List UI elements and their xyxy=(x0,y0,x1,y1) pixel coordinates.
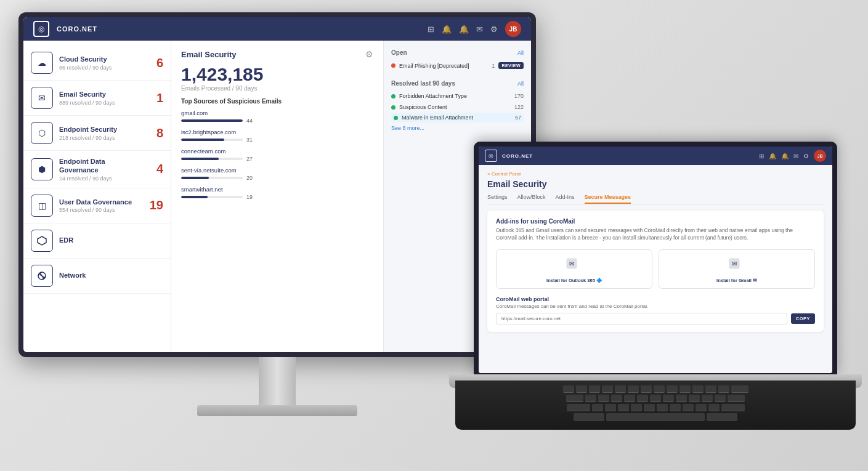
monitor-app-header: ◎ CORO.NET ⊞ 🔔 🔔 ✉ ⚙ JB xyxy=(23,17,531,41)
copy-button[interactable]: COPY xyxy=(791,313,815,324)
sidebar-item-cloud-security[interactable]: ☁ Cloud Security 66 resolved / 90 days 6 xyxy=(23,46,171,81)
laptop: ◎ CORO.NET ⊞ 🔔 🔔 ✉ ⚙ JB < Control Panel … xyxy=(449,142,856,437)
monitor-grid-icon[interactable]: ⊞ xyxy=(428,25,434,34)
monitor-bell-icon[interactable]: 🔔 xyxy=(442,25,452,34)
breadcrumb[interactable]: < Control Panel xyxy=(487,171,824,177)
sidebar-item-user-data-governance[interactable]: ◫ User Data Governance 554 resolved / 90… xyxy=(23,188,171,223)
keyboard-row-2 xyxy=(468,395,843,402)
install-gmail-button[interactable]: ✉ Install for Gmail ✉ xyxy=(659,249,815,289)
key xyxy=(592,404,603,411)
portal-title: CoroMail web portal xyxy=(496,296,815,302)
tab-secure-messages[interactable]: Secure Messages xyxy=(585,194,631,204)
email-security-badge: 1 xyxy=(146,91,163,105)
monitor-stand-neck xyxy=(259,357,296,406)
monitor-main-content: Email Security ⚙ 1,423,185 Emails Proces… xyxy=(171,41,383,352)
key xyxy=(567,404,590,411)
main-gear-icon[interactable]: ⚙ xyxy=(365,49,373,59)
laptop-avatar[interactable]: JB xyxy=(814,150,826,162)
laptop-settings-icon[interactable]: ⚙ xyxy=(803,153,809,159)
key xyxy=(689,395,700,402)
key xyxy=(611,395,622,402)
portal-url-input[interactable] xyxy=(496,313,787,324)
source-gmail: gmail.com 44 xyxy=(181,110,373,124)
tab-allow-block[interactable]: Allow/Block xyxy=(517,194,546,204)
email-security-sub: 889 resolved / 90 days xyxy=(59,100,146,106)
ticket-forbidden-attachment: Forbidden Attachment Type 170 xyxy=(391,91,524,102)
edr-label: EDR xyxy=(59,236,163,244)
endpoint-data-governance-icon: ⬢ xyxy=(31,158,53,180)
install-outlook-label: Install for Outlook 365 🔷 xyxy=(546,278,602,283)
spacebar xyxy=(606,413,705,421)
tab-add-ins[interactable]: Add-Ins xyxy=(556,194,575,204)
key xyxy=(715,395,726,402)
ticket-email-phishing-dot xyxy=(391,63,395,68)
source-connecteam-count: 27 xyxy=(246,156,253,162)
laptop-keyboard xyxy=(455,380,856,430)
key xyxy=(566,395,583,402)
laptop-mail-icon[interactable]: ✉ xyxy=(793,153,798,159)
sidebar-item-endpoint-data-governance[interactable]: ⬢ Endpoint Data Governance 24 resolved /… xyxy=(23,151,171,188)
install-outlook-button[interactable]: ✉ Install for Outlook 365 🔷 xyxy=(496,249,652,289)
monitor-avatar[interactable]: JB xyxy=(505,21,521,37)
review-badge[interactable]: REVIEW xyxy=(498,62,524,69)
key xyxy=(705,385,716,393)
laptop-content-card: Add-ins for using CoroMail Outlook 365 a… xyxy=(487,211,824,332)
open-all-link[interactable]: All xyxy=(517,50,524,56)
key xyxy=(692,385,704,393)
source-gmail-bar-fill xyxy=(181,119,243,122)
ticket-suspicious-count: 122 xyxy=(514,104,524,110)
ticket-malware: Malware in Email Attachment 57 xyxy=(391,113,524,123)
keyboard-row-1 xyxy=(468,385,843,393)
ticket-forbidden-count: 170 xyxy=(514,93,524,99)
laptop-section-title: Email Security xyxy=(487,179,824,189)
user-data-governance-icon: ◫ xyxy=(31,195,53,217)
source-gmail-count: 44 xyxy=(246,118,253,124)
key xyxy=(721,404,745,411)
card-title: Add-ins for using CoroMail xyxy=(496,218,815,225)
key xyxy=(602,385,613,393)
source-connecteam-bar-bg xyxy=(181,158,243,160)
sidebar-item-edr[interactable]: EDR xyxy=(23,223,171,259)
laptop-bell-icon[interactable]: 🔔 xyxy=(769,153,776,159)
laptop-screen: ◎ CORO.NET ⊞ 🔔 🔔 ✉ ⚙ JB < Control Panel … xyxy=(479,147,832,373)
tab-settings[interactable]: Settings xyxy=(487,194,508,204)
portal-desc: CoroMail messages can be sent from and r… xyxy=(496,304,815,309)
email-security-icon: ✉ xyxy=(31,87,53,109)
resolved-all-link[interactable]: All xyxy=(517,81,524,87)
source-smartwithart-bar-bg xyxy=(181,196,243,198)
see-more-link[interactable]: See 8 more... xyxy=(391,125,524,131)
install-buttons-row: ✉ Install for Outlook 365 🔷 ✉ xyxy=(496,249,815,289)
ticket-email-phishing-label: Email Phishing [Deprecated] xyxy=(399,63,481,69)
laptop-app-body: < Control Panel Email Security Settings … xyxy=(479,165,832,373)
source-netsuite-count: 20 xyxy=(246,175,253,181)
key xyxy=(628,385,639,393)
email-security-label: Email Security xyxy=(59,90,146,99)
sidebar-item-email-security[interactable]: ✉ Email Security 889 resolved / 90 days … xyxy=(23,81,171,116)
sidebar-item-network[interactable]: Network xyxy=(23,259,171,294)
source-smartwithart-bar-fill xyxy=(181,196,208,198)
ticket-malware-label: Malware in Email Attachment xyxy=(402,115,508,121)
monitor-alert-icon[interactable]: 🔔 xyxy=(459,25,469,34)
key xyxy=(644,404,655,411)
portal-input-row: COPY xyxy=(496,313,815,324)
svg-text:✉: ✉ xyxy=(732,260,737,267)
keyboard-row-4 xyxy=(468,413,843,421)
monitor-mail-icon[interactable]: ✉ xyxy=(476,25,483,34)
monitor-brand-name: CORO.NET xyxy=(57,25,97,33)
ticket-email-phishing: Email Phishing [Deprecated] 1 REVIEW xyxy=(391,60,524,71)
laptop-screen-bezel: ◎ CORO.NET ⊞ 🔔 🔔 ✉ ⚙ JB < Control Panel … xyxy=(474,142,837,376)
laptop-grid-icon[interactable]: ⊞ xyxy=(759,153,764,159)
install-gmail-label: Install for Gmail ✉ xyxy=(716,278,757,283)
laptop-header-icons: ⊞ 🔔 🔔 ✉ ⚙ JB xyxy=(759,150,826,162)
key xyxy=(731,385,748,393)
key xyxy=(589,385,600,393)
key xyxy=(576,385,587,393)
laptop-alert-icon[interactable]: 🔔 xyxy=(781,153,789,159)
source-smartwithart-name: smartwithart.net xyxy=(181,186,373,193)
sidebar-item-endpoint-security[interactable]: ⬡ Endpoint Security 218 resolved / 90 da… xyxy=(23,116,171,151)
key xyxy=(702,395,713,402)
source-isc2-name: isc2.brightspace.com xyxy=(181,129,373,135)
main-section-header: Email Security ⚙ xyxy=(181,49,373,59)
cloud-security-icon: ☁ xyxy=(31,52,53,74)
monitor-settings-icon[interactable]: ⚙ xyxy=(490,25,498,34)
